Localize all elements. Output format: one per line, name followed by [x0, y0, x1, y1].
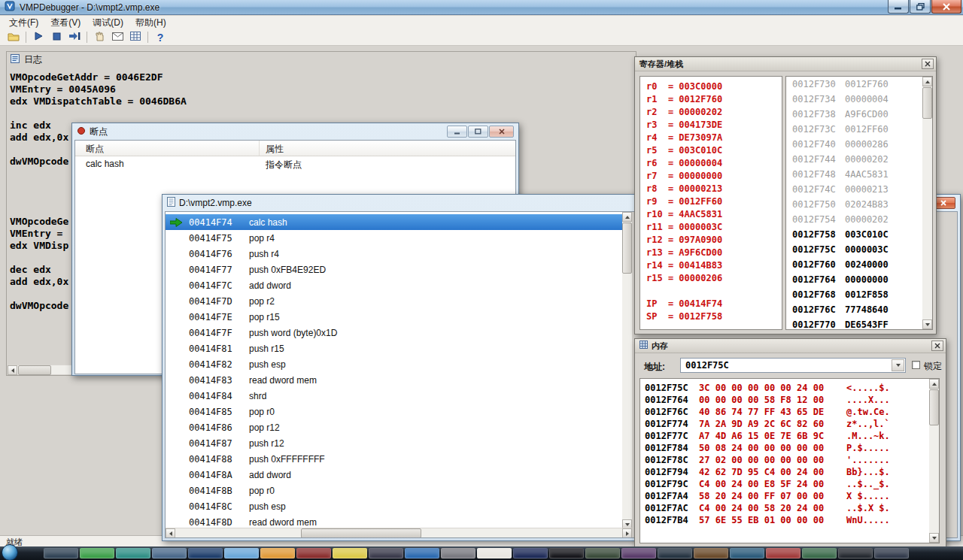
start-button[interactable] [2, 544, 18, 560]
disasm-row[interactable]: 00414F76push r4 [166, 246, 622, 262]
taskbar-item[interactable] [152, 548, 187, 558]
taskbar-item[interactable] [405, 548, 439, 558]
scroll-up-button[interactable] [929, 379, 939, 389]
taskbar-item[interactable] [116, 548, 150, 558]
memory-row[interactable]: 0012F7A458 20 24 00 FF 07 00 00X $..... [645, 490, 939, 502]
close-button[interactable] [931, 0, 961, 14]
combobox-drop-button[interactable] [892, 359, 904, 371]
menu-help[interactable]: 帮助(H) [129, 15, 172, 31]
memory-row[interactable]: 0012F76C40 86 74 77 FF 43 65 DE@.tw.Ce. [645, 406, 939, 418]
scroll-up-button[interactable] [622, 212, 632, 222]
breakpoints-titlebar[interactable]: 断点 [74, 123, 516, 140]
stack-row[interactable]: 0012F75C0000003C [786, 242, 932, 257]
breakpoint-row[interactable]: calc hash 指令断点 [75, 156, 515, 172]
registers-titlebar[interactable]: 寄存器/堆栈 [635, 57, 936, 71]
taskbar-item[interactable] [80, 548, 114, 558]
menu-file[interactable]: 文件(F) [3, 15, 44, 31]
scroll-thumb[interactable] [922, 87, 932, 119]
memory-row[interactable]: 0012F7ACC4 00 24 00 58 20 24 00..$.X $. [645, 502, 939, 514]
stack-row[interactable]: 0012F7484AAC5831 [786, 167, 932, 182]
disasm-row[interactable]: 00414F82push esp [166, 356, 622, 372]
scroll-up-button[interactable] [922, 77, 932, 86]
disasm-row[interactable]: 00414F8Bpop r0 [166, 483, 622, 498]
disasm-row[interactable]: 00414F7Cadd dword [166, 277, 622, 293]
memory-row[interactable]: 0012F78C27 02 00 00 00 00 00 00'....... [645, 454, 939, 466]
close-button[interactable] [922, 59, 934, 69]
menu-debug[interactable]: 调试(D) [87, 15, 129, 31]
disasm-row[interactable]: 00414F75pop r4 [166, 230, 622, 246]
grid-view-button[interactable] [126, 30, 144, 45]
stack-row[interactable]: 0012F76C77748640 [786, 302, 932, 317]
taskbar-item[interactable] [694, 548, 728, 558]
stack-row[interactable]: 0012F74000000286 [786, 137, 932, 152]
stack-row[interactable]: 0012F74C00000213 [786, 182, 932, 197]
memory-row[interactable]: 0012F79442 62 7D 95 C4 00 24 00Bb}...$. [645, 466, 939, 478]
taskbar-item[interactable] [477, 548, 512, 558]
scroll-left-button[interactable] [8, 365, 17, 375]
disasm-row[interactable]: 00414F8Cpush esp [166, 498, 622, 514]
taskbar-item[interactable] [730, 548, 764, 558]
scroll-thumb[interactable] [301, 528, 421, 538]
maximize-button[interactable] [468, 126, 488, 138]
stack-row[interactable]: 0012F7300012F760 [786, 77, 932, 92]
stack-row[interactable]: 0012F73400000004 [786, 92, 932, 107]
memory-titlebar[interactable]: 内存 [635, 339, 946, 353]
hand-button[interactable] [90, 30, 108, 45]
disasm-row[interactable]: 00414F8Dread dword mem [166, 514, 622, 529]
disasm-row[interactable]: 00414F83read dword mem [166, 372, 622, 388]
disasm-row[interactable]: 00414F7Fpush word (byte)0x1D [166, 325, 622, 341]
taskbar-item[interactable] [441, 548, 475, 558]
log-panel-header[interactable]: 日志 [7, 52, 636, 67]
open-button[interactable] [5, 30, 23, 45]
stack-row[interactable]: 0012F76000240000 [786, 257, 932, 272]
close-button[interactable] [489, 126, 514, 138]
scroll-down-button[interactable] [922, 319, 932, 329]
memory-row[interactable]: 0012F77CA7 4D A6 15 0E 7E 6B 9C.M...~k. [645, 430, 939, 442]
disasm-row[interactable]: 00414F88push 0xFFFFFFFF [166, 451, 622, 467]
disasm-row[interactable]: 00414F81push r15 [166, 341, 622, 356]
disasm-row[interactable]: 00414F84shrd [166, 388, 622, 404]
taskbar-item[interactable] [296, 548, 331, 558]
disasm-row[interactable]: 00414F86pop r12 [166, 419, 622, 435]
stack-vscrollbar[interactable] [922, 77, 932, 329]
stack-row[interactable]: 0012F75002024B83 [786, 197, 932, 212]
stack-row-sp[interactable]: 0012F758003C010C [786, 227, 932, 242]
taskbar-item[interactable] [621, 548, 656, 558]
scroll-down-button[interactable] [929, 533, 939, 543]
disasm-row[interactable]: 00414F85pop r0 [166, 404, 622, 419]
memory-vscrollbar[interactable] [929, 379, 939, 543]
taskbar-item[interactable] [766, 548, 800, 558]
stack-row[interactable]: 0012F76400000000 [786, 272, 932, 287]
stop-button[interactable] [47, 30, 65, 45]
memory-row[interactable]: 0012F7747A 2A 9D A9 2C 6C 82 60z*..,l.` [645, 418, 939, 430]
lock-checkbox[interactable] [912, 361, 920, 369]
stack-row[interactable]: 0012F738A9F6CD00 [786, 107, 932, 122]
taskbar-item[interactable] [224, 548, 259, 558]
memory-row[interactable]: 0012F78450 08 24 00 00 00 00 00P.$..... [645, 442, 939, 454]
taskbar-item[interactable] [44, 548, 78, 558]
column-header-attribute[interactable]: 属性 [260, 141, 515, 156]
scroll-thumb[interactable] [622, 222, 632, 274]
scroll-right-button[interactable] [622, 528, 632, 538]
step-into-button[interactable] [65, 30, 84, 45]
scroll-thumb[interactable] [929, 389, 939, 425]
stack-row[interactable]: 0012F770DE6543FF [786, 317, 932, 330]
watch-window-button[interactable] [108, 30, 126, 45]
taskbar-item[interactable] [874, 548, 909, 558]
memory-row[interactable]: 0012F76400 00 00 00 58 F8 12 00....X... [645, 394, 939, 406]
minimize-button[interactable] [888, 0, 909, 14]
disasm-vscrollbar[interactable] [622, 212, 632, 529]
stack-row[interactable]: 0012F7680012F858 [786, 287, 932, 302]
close-button[interactable] [931, 341, 943, 351]
taskbar-item[interactable] [513, 548, 548, 558]
taskbar-item[interactable] [802, 548, 837, 558]
main-titlebar[interactable]: VMPDebugger - D:\vmpt2.vmp.exe [0, 0, 963, 15]
memory-row[interactable]: 0012F75C3C 00 00 00 00 00 24 00<.....$. [645, 382, 939, 394]
disasm-row-current[interactable]: 00414F74calc hash [166, 214, 622, 230]
taskbar-item[interactable] [549, 548, 584, 558]
memory-row[interactable]: 0012F79CC4 00 24 00 E8 5F 24 00..$.._$. [645, 478, 939, 490]
disasm-row[interactable]: 00414F7Epop r15 [166, 309, 622, 325]
taskbar-item[interactable] [369, 548, 403, 558]
help-button[interactable]: ? [151, 30, 169, 45]
taskbar-item[interactable] [188, 548, 223, 558]
